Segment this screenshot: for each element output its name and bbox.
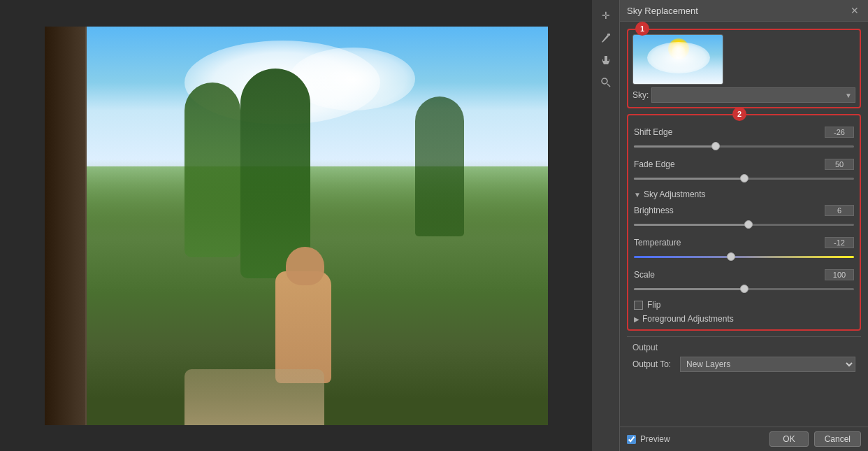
temperature-value[interactable]: -12 bbox=[825, 237, 854, 248]
temperature-row: Temperature -12 bbox=[634, 237, 854, 248]
photo-tree-3 bbox=[415, 96, 464, 236]
close-button[interactable]: ✕ bbox=[848, 4, 861, 17]
preview-label: Preview bbox=[640, 434, 670, 444]
step2-badge: 2 bbox=[732, 107, 746, 121]
toolbar: ✛ bbox=[592, 0, 620, 451]
preview-checkbox[interactable] bbox=[627, 435, 636, 444]
photo-dog-head bbox=[286, 247, 324, 285]
bottom-bar: Preview OK Cancel bbox=[620, 427, 868, 451]
photo-canvas bbox=[45, 27, 548, 425]
brush-tool[interactable] bbox=[596, 28, 616, 48]
zoom-tool[interactable] bbox=[596, 73, 616, 92]
shift-edge-fill bbox=[634, 145, 716, 148]
step1-badge: 1 bbox=[635, 22, 649, 36]
output-to-select[interactable]: New Layers Duplicate Layer Current Layer bbox=[680, 357, 855, 372]
shift-edge-slider[interactable] bbox=[634, 139, 854, 153]
scale-track bbox=[634, 288, 854, 290]
fade-edge-track bbox=[634, 178, 854, 180]
sky-label-row: Sky: ▼ bbox=[632, 87, 855, 103]
brightness-value[interactable]: 6 bbox=[825, 205, 854, 216]
shift-edge-row: Shift Edge -26 bbox=[634, 127, 854, 138]
sky-replacement-dialog: Sky Replacement ✕ 1 Sky: bbox=[620, 0, 868, 451]
brightness-fill bbox=[634, 224, 748, 226]
foreground-adjustments-label: Foreground Adjustments bbox=[642, 314, 734, 324]
dialog-titlebar: Sky Replacement ✕ bbox=[620, 0, 868, 22]
sky-dropdown-value bbox=[655, 91, 845, 99]
brightness-thumb[interactable] bbox=[744, 220, 753, 229]
temperature-label: Temperature bbox=[634, 238, 681, 248]
flip-checkbox[interactable] bbox=[634, 301, 643, 310]
sky-thumbnail[interactable] bbox=[632, 34, 723, 85]
scale-row: Scale 100 bbox=[634, 269, 854, 280]
sky-thumbnail-glow bbox=[672, 45, 686, 59]
sky-dropdown[interactable]: ▼ bbox=[651, 87, 855, 103]
shift-edge-label: Shift Edge bbox=[634, 127, 672, 137]
move-tool[interactable]: ✛ bbox=[596, 6, 616, 25]
svg-point-1 bbox=[602, 78, 607, 84]
fade-edge-fill bbox=[634, 178, 744, 180]
flip-label: Flip bbox=[647, 300, 660, 310]
photo-tree-1 bbox=[185, 83, 240, 257]
sky-selector-section: 1 Sky: ▼ bbox=[627, 29, 861, 108]
sky-adjustments-header[interactable]: ▼ Sky Adjustments bbox=[634, 189, 854, 199]
foreground-adjustments-arrow-icon: ▶ bbox=[634, 315, 639, 323]
temperature-thumb[interactable] bbox=[727, 252, 735, 261]
scale-thumb[interactable] bbox=[740, 285, 748, 293]
brightness-row: Brightness 6 bbox=[634, 205, 854, 216]
brightness-slider[interactable] bbox=[634, 217, 854, 231]
temperature-track bbox=[634, 256, 854, 258]
sky-dropdown-arrow-icon: ▼ bbox=[845, 92, 852, 99]
output-to-row: Output To: New Layers Duplicate Layer Cu… bbox=[632, 357, 855, 372]
photo-path bbox=[185, 369, 324, 425]
photo-dog-body bbox=[275, 271, 331, 383]
output-title: Output bbox=[632, 343, 855, 352]
fade-edge-row: Fade Edge 50 bbox=[634, 159, 854, 170]
hand-tool[interactable] bbox=[596, 50, 616, 70]
sky-adjustments-arrow-icon: ▼ bbox=[634, 191, 641, 199]
output-section: Output Output To: New Layers Duplicate L… bbox=[627, 336, 861, 383]
fade-edge-slider[interactable] bbox=[634, 171, 854, 185]
preview-row: Preview bbox=[627, 434, 670, 444]
brightness-track bbox=[634, 224, 854, 226]
foreground-adjustments-section[interactable]: ▶ Foreground Adjustments bbox=[634, 314, 854, 324]
output-to-label: Output To: bbox=[632, 359, 674, 369]
svg-rect-0 bbox=[607, 34, 610, 36]
scale-label: Scale bbox=[634, 270, 655, 280]
photo-tree-trunk bbox=[45, 27, 87, 425]
shift-edge-thumb[interactable] bbox=[711, 142, 720, 150]
svg-line-2 bbox=[607, 84, 610, 87]
dialog-body: 1 Sky: ▼ bbox=[620, 22, 868, 427]
right-panel: ✛ Sky Repl bbox=[592, 0, 868, 451]
photo-tree-2 bbox=[240, 69, 310, 278]
shift-edge-value[interactable]: -26 bbox=[825, 127, 854, 138]
flip-row: Flip bbox=[634, 300, 854, 310]
controls-section: 2 Shift Edge -26 Fade Edge bbox=[627, 114, 861, 331]
scale-slider[interactable] bbox=[634, 282, 854, 296]
canvas-area bbox=[0, 0, 592, 451]
temperature-slider[interactable] bbox=[634, 250, 854, 264]
ok-button[interactable]: OK bbox=[769, 431, 808, 447]
shift-edge-track bbox=[634, 145, 854, 148]
brightness-label: Brightness bbox=[634, 206, 674, 215]
sky-adjustments-label: Sky Adjustments bbox=[644, 189, 706, 199]
sky-label: Sky: bbox=[632, 90, 649, 100]
scale-fill bbox=[634, 288, 744, 290]
scale-value[interactable]: 100 bbox=[825, 269, 854, 280]
fade-edge-label: Fade Edge bbox=[634, 159, 675, 169]
fade-edge-value[interactable]: 50 bbox=[825, 159, 854, 170]
fade-edge-thumb[interactable] bbox=[740, 174, 748, 182]
cancel-button[interactable]: Cancel bbox=[814, 431, 861, 447]
dialog-buttons: OK Cancel bbox=[769, 431, 861, 447]
dialog-title: Sky Replacement bbox=[627, 6, 698, 16]
